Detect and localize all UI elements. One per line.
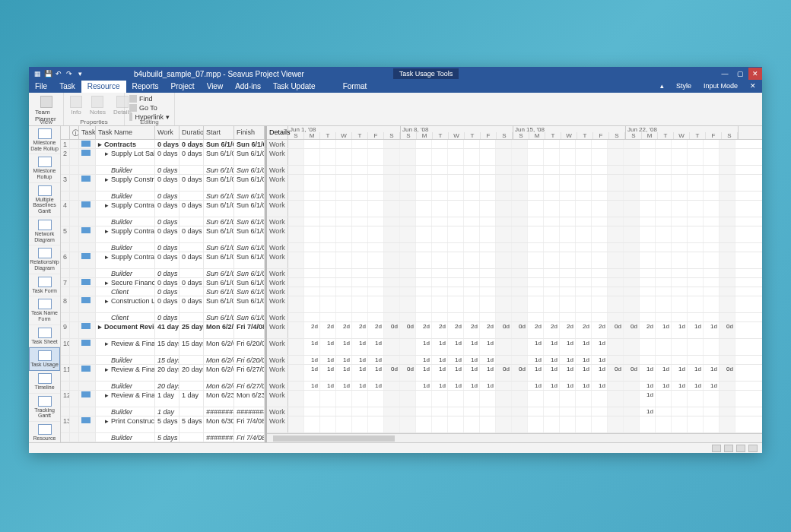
minimize-button[interactable]: —: [718, 68, 732, 80]
task-name-cell[interactable]: Builder: [96, 166, 155, 174]
timephased-cell[interactable]: [592, 407, 608, 416]
timephased-cell[interactable]: [512, 175, 528, 191]
work-cell[interactable]: 0 days: [155, 175, 179, 191]
timephased-cell[interactable]: [464, 416, 480, 432]
timephased-cell[interactable]: 1d: [480, 382, 496, 390]
timephased-cell[interactable]: [400, 339, 416, 355]
timephased-cell[interactable]: [304, 217, 320, 226]
timephased-cell[interactable]: [432, 166, 448, 174]
task-name-cell[interactable]: Builder: [96, 217, 155, 226]
timephased-cell[interactable]: [288, 382, 304, 390]
timephased-cell[interactable]: [512, 339, 528, 355]
timephased-cell[interactable]: [640, 201, 656, 217]
expand-icon[interactable]: ▸: [105, 366, 111, 373]
timephased-cell[interactable]: [592, 416, 608, 432]
work-cell[interactable]: 0 days: [155, 217, 179, 226]
col-rownum[interactable]: [61, 126, 70, 139]
timephased-cell[interactable]: 1d: [576, 339, 592, 355]
timephased-cell[interactable]: [432, 149, 448, 165]
timephased-cell[interactable]: [384, 140, 400, 148]
timephased-cell[interactable]: [576, 192, 592, 200]
table-row[interactable]: 8▸Construction Loan Settlement0 days0 da…: [61, 296, 265, 313]
start-cell[interactable]: ########: [204, 433, 234, 442]
timephased-cell[interactable]: [320, 166, 336, 174]
duration-cell[interactable]: [179, 382, 204, 390]
timephased-cell[interactable]: [400, 356, 416, 364]
finish-cell[interactable]: Sun 6/1/08: [234, 149, 265, 165]
timephased-cell[interactable]: [416, 296, 432, 312]
timephased-cell[interactable]: [720, 391, 735, 407]
timephased-cell[interactable]: [592, 175, 608, 191]
timephased-cell[interactable]: [304, 391, 320, 407]
timephased-cell[interactable]: [544, 296, 560, 312]
inputmode-label[interactable]: Input Mode: [697, 81, 744, 93]
view-item[interactable]: Task Form: [29, 274, 60, 297]
timephased-cell[interactable]: 2d: [304, 322, 320, 338]
timephased-cell[interactable]: [608, 166, 624, 174]
duration-cell[interactable]: [179, 407, 204, 416]
task-name-cell[interactable]: Builder: [96, 243, 155, 252]
timephased-cell[interactable]: [336, 243, 352, 252]
timephased-cell[interactable]: [352, 391, 368, 407]
timephased-cell[interactable]: [320, 192, 336, 200]
timephased-cell[interactable]: [480, 287, 496, 296]
timephased-cell[interactable]: [384, 243, 400, 252]
timephased-cell[interactable]: [416, 287, 432, 296]
timephased-cell[interactable]: [288, 278, 304, 287]
timephased-cell[interactable]: 1d: [672, 322, 688, 338]
timephased-cell[interactable]: [368, 287, 384, 296]
work-cell[interactable]: 0 days: [155, 226, 179, 242]
work-cell[interactable]: 15 days: [155, 339, 179, 355]
finish-cell[interactable]: Fri 6/27/08: [234, 382, 265, 390]
view-item[interactable]: Tracking Gantt: [29, 394, 60, 422]
timephased-cell[interactable]: [464, 278, 480, 287]
finish-cell[interactable]: Sun 6/1/08: [234, 243, 265, 252]
finish-cell[interactable]: Fri 6/27/08: [234, 365, 265, 381]
timephased-cell[interactable]: [336, 140, 352, 148]
timephased-cell[interactable]: 1d: [656, 365, 672, 381]
timephased-cell[interactable]: [608, 192, 624, 200]
timephased-cell[interactable]: [336, 201, 352, 217]
start-cell[interactable]: Sun 6/1/08: [204, 149, 234, 165]
timephased-cell[interactable]: [512, 226, 528, 242]
tab-reports[interactable]: Reports: [126, 81, 165, 93]
timephased-cell[interactable]: [288, 201, 304, 217]
timephased-cell[interactable]: [640, 252, 656, 268]
timephased-cell[interactable]: 0d: [624, 365, 640, 381]
timephased-cell[interactable]: [384, 149, 400, 165]
timephased-cell[interactable]: [384, 407, 400, 416]
timephased-cell[interactable]: [672, 252, 688, 268]
timephased-cell[interactable]: 1d: [656, 382, 672, 390]
timephased-cell[interactable]: 1d: [576, 382, 592, 390]
timephased-cell[interactable]: [320, 252, 336, 268]
timephased-cell[interactable]: [560, 313, 576, 321]
timephased-cell[interactable]: [480, 269, 496, 277]
timephased-cell[interactable]: 1d: [672, 365, 688, 381]
timephased-cell[interactable]: [576, 391, 592, 407]
timephased-cell[interactable]: [400, 416, 416, 432]
timephased-cell[interactable]: [480, 296, 496, 312]
start-cell[interactable]: Sun 6/1/08: [204, 269, 234, 277]
timephased-cell[interactable]: [288, 322, 304, 338]
task-name-cell[interactable]: ▸Print Construction Drawings: [96, 416, 155, 432]
timephased-cell[interactable]: [688, 313, 704, 321]
start-cell[interactable]: Sun 6/1/08: [204, 313, 234, 321]
timephased-cell[interactable]: [400, 166, 416, 174]
timephased-cell[interactable]: [608, 149, 624, 165]
timephased-cell[interactable]: [560, 217, 576, 226]
timephased-cell[interactable]: [640, 313, 656, 321]
timephased-cell[interactable]: 1d: [432, 356, 448, 364]
timephased-cell[interactable]: [528, 149, 544, 165]
timephased-cell[interactable]: [624, 287, 640, 296]
timephased-cell[interactable]: [288, 149, 304, 165]
timephased-cell[interactable]: [672, 201, 688, 217]
timephased-cell[interactable]: [576, 166, 592, 174]
timephased-cell[interactable]: [528, 313, 544, 321]
timephased-cell[interactable]: [720, 356, 735, 364]
timephased-cell[interactable]: [320, 416, 336, 432]
timephased-cell[interactable]: 1d: [416, 339, 432, 355]
timephased-cell[interactable]: [336, 407, 352, 416]
timephased-cell[interactable]: [640, 416, 656, 432]
timephased-cell[interactable]: [496, 278, 512, 287]
timephased-cell[interactable]: 1d: [640, 365, 656, 381]
